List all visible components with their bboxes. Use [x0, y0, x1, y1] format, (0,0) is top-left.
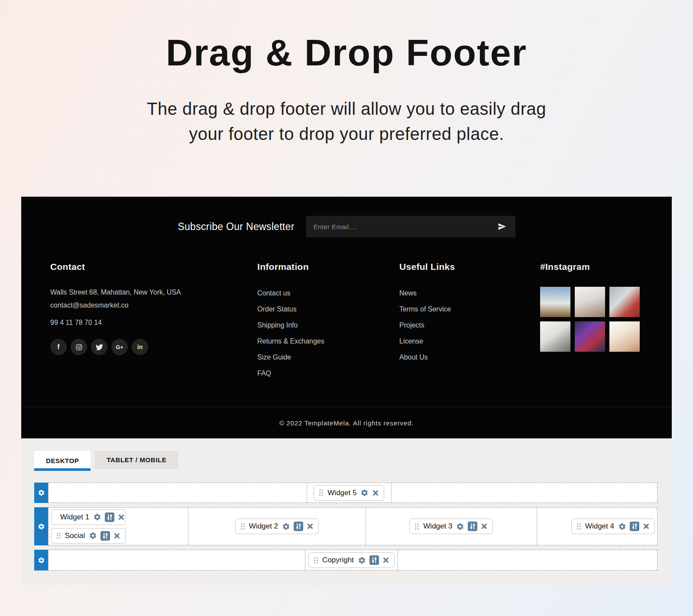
sliders-icon[interactable] — [630, 522, 639, 531]
grip-dots-icon — [240, 523, 245, 530]
x-icon[interactable] — [307, 523, 314, 530]
footer-column-useful-links: Useful Links News Terms of Service Proje… — [399, 262, 540, 381]
drop-cell[interactable] — [391, 483, 657, 503]
x-icon[interactable] — [113, 532, 120, 539]
gear-icon[interactable] — [93, 513, 101, 521]
facebook-icon[interactable]: f — [50, 339, 67, 355]
builder-row-3: Copyright — [34, 550, 657, 571]
sliders-icon[interactable] — [100, 531, 110, 541]
subtitle-line-1: The drag & drop footer will allow you to… — [147, 99, 546, 118]
widget-chip-label: Widget 3 — [423, 522, 452, 531]
drop-cell[interactable] — [398, 550, 657, 570]
footer-link[interactable]: Returns & Exchanges — [257, 333, 399, 349]
instagram-photo-bedroom[interactable] — [540, 321, 570, 352]
instagram-photo-wedding[interactable] — [609, 321, 640, 352]
footer-link[interactable]: Order Status — [257, 301, 399, 317]
instagram-photo-child-glasses[interactable] — [575, 287, 605, 317]
instagram-photo-cyclist[interactable] — [540, 287, 570, 317]
instagram-grid — [540, 287, 644, 352]
grip-dots-icon — [319, 489, 324, 496]
newsletter-send-button[interactable] — [496, 220, 508, 233]
footer-link[interactable]: License — [399, 333, 540, 349]
widget-chip-widget1[interactable]: Widget 1 — [51, 509, 126, 525]
sliders-icon[interactable] — [468, 522, 477, 531]
builder-row-1: Widget 5 — [34, 483, 657, 503]
drop-cell[interactable] — [49, 550, 305, 570]
x-icon[interactable] — [372, 490, 379, 496]
gear-icon[interactable] — [89, 532, 97, 540]
x-icon[interactable] — [481, 523, 488, 530]
drop-cell[interactable]: Widget 4 — [537, 508, 657, 545]
footer-link[interactable]: Projects — [399, 317, 540, 333]
sliders-icon[interactable] — [369, 555, 379, 565]
gear-icon[interactable] — [358, 556, 366, 564]
widget-chip-label: Widget 1 — [60, 513, 89, 522]
grip-dots-icon — [415, 523, 419, 530]
sliders-icon[interactable] — [294, 522, 303, 531]
widget-chip-widget2[interactable]: Widget 2 — [235, 519, 319, 534]
drop-cell[interactable]: Widget 5 — [307, 483, 391, 503]
copyright-text: © 2022 TemplateMela. All rights reserved… — [21, 407, 672, 438]
page: Drag & Drop Footer The drag & drop foote… — [0, 31, 693, 585]
information-heading: Information — [257, 262, 399, 272]
footer-link[interactable]: Terms of Service — [399, 301, 540, 317]
drop-cell[interactable] — [49, 483, 307, 503]
footer-link[interactable]: Contact us — [257, 285, 399, 301]
footer-link[interactable]: FAQ — [257, 365, 399, 381]
gear-icon[interactable] — [360, 489, 369, 497]
page-title: Drag & Drop Footer — [0, 31, 693, 74]
footer-builder: DESKTOP TABLET / MOBILE Widget 5 — [21, 438, 672, 585]
contact-phone[interactable]: 99 4 11 78 70 14 — [50, 319, 257, 327]
widget-chip-widget3[interactable]: Widget 3 — [409, 519, 493, 534]
sliders-icon[interactable] — [105, 512, 114, 522]
footer-link[interactable]: Size Guide — [257, 349, 399, 365]
gear-icon[interactable] — [456, 522, 464, 531]
instagram-photo-firefighter[interactable] — [575, 321, 605, 352]
grip-dots-icon — [56, 532, 61, 539]
builder-rows: Widget 5 — [34, 483, 657, 571]
tab-tablet-mobile[interactable]: TABLET / MOBILE — [95, 451, 178, 469]
drop-cell[interactable]: Widget 1 Social — [49, 508, 188, 545]
widget-chip-label: Widget 5 — [327, 489, 356, 497]
widget-chip-label: Copyright — [322, 556, 354, 564]
widget-chip-widget4[interactable]: Widget 4 — [571, 519, 655, 534]
grip-dots-icon — [576, 523, 581, 530]
footer-column-information: Information Contact us Order Status Ship… — [257, 262, 399, 381]
gear-icon — [38, 523, 45, 530]
drop-cell[interactable]: Widget 2 — [188, 508, 366, 545]
row-settings-handle[interactable] — [34, 507, 48, 545]
drop-cell[interactable]: Copyright — [305, 550, 398, 570]
linkedin-icon[interactable]: in — [132, 339, 148, 355]
paper-plane-icon — [498, 222, 506, 231]
newsletter-label: Subscribe Our Newsletter — [178, 221, 294, 233]
newsletter-email-box — [306, 216, 515, 237]
tab-desktop[interactable]: DESKTOP — [34, 451, 91, 471]
contact-address: Walls Street 68, Mahattan, New York, USA — [50, 286, 257, 299]
x-icon[interactable] — [643, 523, 650, 530]
instagram-photo-mechanic[interactable] — [609, 287, 640, 317]
widget-chip-label: Social — [65, 532, 85, 540]
row-settings-handle[interactable] — [34, 550, 48, 571]
gear-icon[interactable] — [618, 522, 626, 531]
row-settings-handle[interactable] — [34, 483, 48, 503]
twitter-icon[interactable] — [91, 339, 107, 355]
x-icon[interactable] — [382, 557, 389, 564]
gear-icon[interactable] — [282, 522, 290, 531]
subtitle-line-2: your footer to drop your preferred place… — [189, 124, 504, 143]
page-subtitle: The drag & drop footer will allow you to… — [0, 97, 693, 146]
contact-email[interactable]: contact@sadesmarket.co — [50, 299, 257, 312]
newsletter-bar: Subscribe Our Newsletter — [21, 216, 672, 237]
widget-chip-widget5[interactable]: Widget 5 — [314, 485, 384, 501]
footer-link[interactable]: About Us — [399, 349, 540, 365]
widget-chip-copyright[interactable]: Copyright — [308, 552, 395, 568]
newsletter-email-input[interactable] — [314, 223, 496, 230]
widget-chip-social[interactable]: Social — [51, 528, 126, 544]
drop-cell[interactable]: Widget 3 — [366, 508, 537, 545]
footer-link[interactable]: Shipping Info — [257, 317, 399, 333]
instagram-icon[interactable] — [71, 339, 87, 355]
footer-link[interactable]: News — [399, 285, 540, 301]
x-icon[interactable] — [118, 514, 125, 521]
builder-row-2: Widget 1 Social — [34, 507, 657, 545]
footer-column-contact: Contact Walls Street 68, Mahattan, New Y… — [50, 262, 257, 381]
google-plus-icon[interactable]: G+ — [111, 339, 128, 355]
